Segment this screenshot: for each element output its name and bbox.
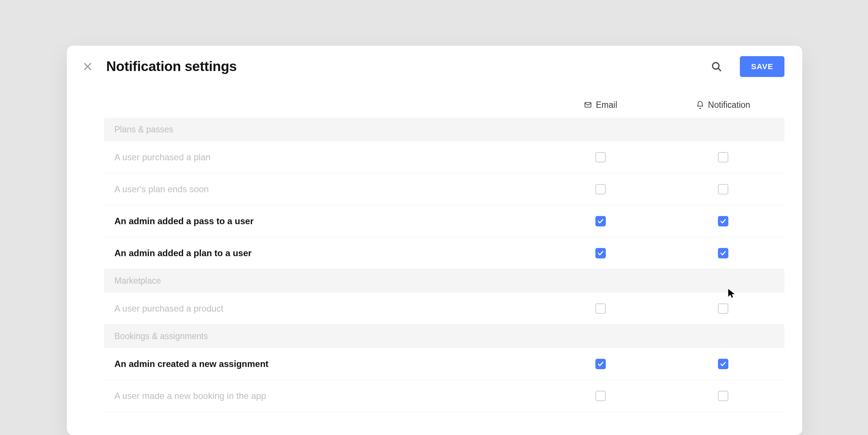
row-label: A user made a new booking in the app: [104, 391, 539, 401]
column-header-email: Email: [539, 100, 662, 110]
checkbox-notification[interactable]: [718, 359, 728, 369]
mail-icon: [584, 101, 592, 109]
row-label: A user purchased a product: [104, 303, 539, 314]
cell-notification: [662, 152, 784, 162]
checkbox-email[interactable]: [595, 359, 606, 369]
column-header-email-label: Email: [596, 100, 617, 110]
cell-email: [539, 152, 662, 162]
column-header-notification-label: Notification: [708, 100, 750, 110]
page-title: Notification settings: [106, 59, 237, 74]
settings-card: Notification settings SAVE Email: [67, 46, 802, 435]
table-row: A user's plan ends soon: [104, 173, 784, 205]
cell-email: [539, 359, 662, 369]
content: Email Notification Plans & passesA user …: [67, 84, 802, 412]
checkbox-notification[interactable]: [718, 391, 728, 401]
checkbox-email[interactable]: [595, 248, 606, 258]
row-label: An admin added a pass to a user: [104, 216, 539, 226]
column-headers: Email Notification: [104, 92, 784, 118]
section-header: Plans & passes: [104, 118, 784, 141]
cell-email: [539, 248, 662, 258]
cell-email: [539, 303, 662, 314]
table-row: An admin added a plan to a user: [104, 237, 784, 269]
close-icon[interactable]: [82, 61, 93, 72]
section-header: Marketplace: [104, 269, 784, 293]
section-header: Bookings & assignments: [104, 325, 784, 348]
cell-notification: [662, 303, 784, 314]
row-label: An admin created a new assignment: [104, 359, 539, 369]
checkbox-notification[interactable]: [718, 248, 728, 258]
cell-notification: [662, 248, 784, 258]
table-row: A user purchased a product: [104, 293, 784, 325]
checkbox-email[interactable]: [595, 216, 606, 226]
save-button[interactable]: SAVE: [740, 56, 784, 77]
checkbox-notification[interactable]: [718, 152, 728, 162]
table-row: An admin created a new assignment: [104, 348, 784, 380]
row-label: A user purchased a plan: [104, 152, 539, 162]
bell-icon: [696, 101, 704, 109]
checkbox-email[interactable]: [595, 152, 606, 162]
checkbox-notification[interactable]: [718, 184, 728, 194]
checkbox-email[interactable]: [595, 184, 606, 194]
checkbox-notification[interactable]: [718, 303, 728, 314]
cell-notification: [662, 216, 784, 226]
table-row: A user purchased a plan: [104, 141, 784, 173]
cell-notification: [662, 391, 784, 401]
cell-email: [539, 184, 662, 194]
cell-email: [539, 391, 662, 401]
table-row: An admin added a pass to a user: [104, 205, 784, 237]
cell-notification: [662, 184, 784, 194]
checkbox-email[interactable]: [595, 303, 606, 314]
header: Notification settings SAVE: [67, 46, 802, 84]
row-label: A user's plan ends soon: [104, 184, 539, 194]
cell-email: [539, 216, 662, 226]
column-header-notification: Notification: [662, 100, 784, 110]
search-icon[interactable]: [711, 61, 722, 72]
checkbox-notification[interactable]: [718, 216, 728, 226]
table-row: A user made a new booking in the app: [104, 380, 784, 412]
row-label: An admin added a plan to a user: [104, 248, 539, 258]
cell-notification: [662, 359, 784, 369]
svg-line-3: [718, 68, 721, 71]
checkbox-email[interactable]: [595, 391, 606, 401]
